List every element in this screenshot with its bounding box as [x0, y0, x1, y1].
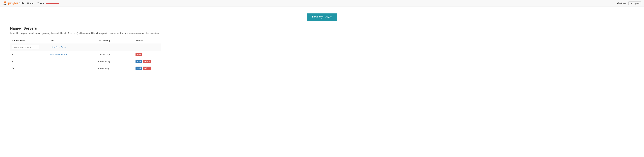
server-actions-cell-0: stop	[134, 51, 161, 58]
table-body: Add New Server AI/user/xhejtman/AI/a min…	[10, 43, 161, 72]
nav-left: jupyterhub Home Token	[3, 1, 59, 6]
server-url-cell-1	[48, 58, 96, 65]
nav-right: xhejtman ➤ Logout	[617, 1, 641, 5]
server-name-cell-0: AI	[10, 51, 48, 58]
table-row: R3 months agostartdelete	[10, 58, 161, 65]
token-arrow-icon	[46, 3, 59, 4]
delete-button-2[interactable]: delete	[143, 67, 151, 70]
server-name-input[interactable]	[12, 45, 39, 49]
main-content: Start My Server Named Servers In additio…	[0, 7, 644, 76]
server-name-cell-1: R	[10, 58, 48, 65]
home-nav-link[interactable]: Home	[26, 2, 34, 5]
jupyterhub-logo-icon	[3, 1, 8, 6]
token-nav-link[interactable]: Token	[37, 2, 44, 5]
start-server-area: Start My Server	[10, 14, 634, 21]
server-url-cell-2	[48, 65, 96, 72]
brand-jupyter-text: jupyter	[8, 2, 18, 5]
server-activity-cell-1: 3 months ago	[96, 58, 134, 65]
named-servers-section: Named Servers In addition to your defaul…	[10, 26, 161, 72]
table-header: Server name URL Last activity Actions	[10, 38, 161, 43]
server-url-link-0[interactable]: /user/xhejtman/AI/	[50, 53, 68, 56]
add-new-server-link[interactable]: Add New Server	[52, 46, 68, 48]
col-url-header: URL	[48, 38, 96, 43]
brand-hub-text: hub	[19, 2, 24, 5]
start-button-2[interactable]: start	[136, 67, 142, 70]
server-actions-cell-2: startdelete	[134, 65, 161, 72]
col-activity-header: Last activity	[96, 38, 134, 43]
add-server-actions-cell	[134, 43, 161, 51]
named-servers-desc: In addition to your default server, you …	[10, 32, 161, 35]
add-server-name-cell	[10, 43, 48, 51]
stop-button-0[interactable]: stop	[136, 53, 142, 56]
start-button-1[interactable]: start	[136, 60, 142, 63]
navbar: jupyterhub Home Token xhejtman ➤ Logout	[0, 0, 644, 7]
logout-button[interactable]: ➤ Logout	[628, 1, 641, 5]
col-server-name-header: Server name	[10, 38, 48, 43]
add-server-url-cell: Add New Server	[48, 43, 96, 51]
delete-button-1[interactable]: delete	[143, 60, 151, 63]
logout-icon: ➤	[630, 2, 632, 5]
server-actions-cell-1: startdelete	[134, 58, 161, 65]
svg-point-3	[4, 1, 6, 3]
add-server-activity-cell	[96, 43, 134, 51]
named-servers-title: Named Servers	[10, 26, 161, 31]
token-nav-area: Token	[37, 2, 59, 5]
table-header-row: Server name URL Last activity Actions	[10, 38, 161, 43]
server-name-cell-2: Test	[10, 65, 48, 72]
table-row: AI/user/xhejtman/AI/a minute agostop	[10, 51, 161, 58]
table-row: Testa month agostartdelete	[10, 65, 161, 72]
brand-logo-link[interactable]: jupyterhub	[3, 1, 24, 6]
col-actions-header: Actions	[134, 38, 161, 43]
start-my-server-button[interactable]: Start My Server	[307, 14, 337, 21]
server-url-cell-0: /user/xhejtman/AI/	[48, 51, 96, 58]
username-display: xhejtman	[617, 2, 626, 5]
server-activity-cell-0: a minute ago	[96, 51, 134, 58]
add-server-row: Add New Server	[10, 43, 161, 51]
server-activity-cell-2: a month ago	[96, 65, 134, 72]
servers-table: Server name URL Last activity Actions Ad…	[10, 38, 161, 72]
logout-label: Logout	[633, 2, 640, 5]
